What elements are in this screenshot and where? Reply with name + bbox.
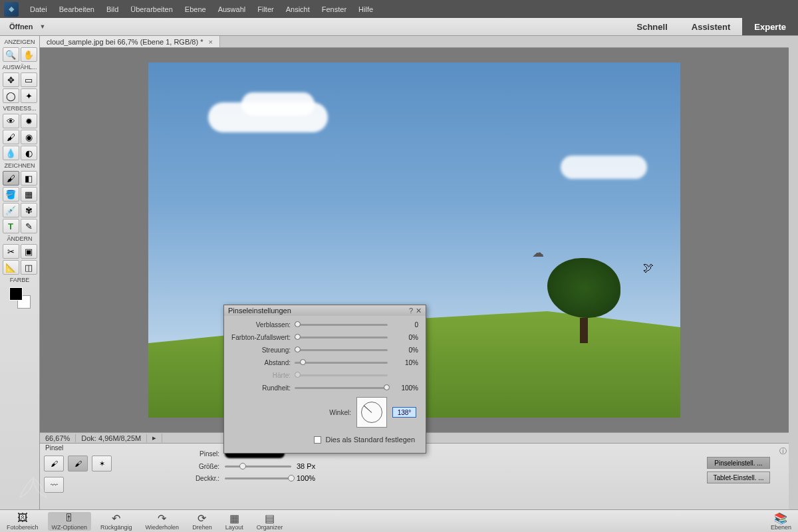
tab-schnell[interactable]: Schnell bbox=[625, 18, 680, 35]
close-icon[interactable]: ✕ bbox=[416, 307, 422, 315]
section-anzeigen: ANZEIGEN bbox=[0, 37, 39, 47]
size-slider[interactable] bbox=[225, 466, 291, 467]
document-tab[interactable]: cloud_sample.jpg bei 66,7% (Ebene 1, RGB… bbox=[40, 36, 220, 47]
menu-datei[interactable]: Datei bbox=[24, 1, 53, 17]
set-default-checkbox[interactable] bbox=[314, 436, 321, 444]
pencil-tool[interactable]: ✎ bbox=[21, 219, 37, 233]
tool-options-button[interactable]: 🎚WZ-Optionen bbox=[48, 512, 92, 531]
organizer-button[interactable]: ▤Organizer bbox=[253, 512, 287, 531]
info-icon[interactable]: ⓘ bbox=[777, 444, 789, 509]
document-tabs: cloud_sample.jpg bei 66,7% (Ebene 1, RGB… bbox=[40, 36, 789, 48]
brush-settings-dialog[interactable]: Pinseleinstellungen ? ✕ Verblassen:0 Far… bbox=[223, 305, 426, 454]
status-caret[interactable]: ▸ bbox=[147, 434, 162, 442]
menu-ueberarbeiten[interactable]: Überarbeiten bbox=[124, 1, 179, 17]
brush-variant-3[interactable]: ✶ bbox=[92, 456, 112, 471]
tab-experte[interactable]: Experte bbox=[742, 18, 798, 35]
lasso-tool[interactable]: ◯ bbox=[3, 88, 19, 103]
undo-button[interactable]: ↶Rückgängig bbox=[96, 512, 136, 531]
angle-input[interactable] bbox=[392, 407, 416, 418]
menu-ebene[interactable]: Ebene bbox=[179, 1, 212, 17]
fade-slider[interactable] bbox=[295, 324, 388, 326]
help-icon[interactable]: ? bbox=[409, 307, 413, 315]
document-tab-label: cloud_sample.jpg bei 66,7% (Ebene 1, RGB… bbox=[47, 38, 203, 46]
angle-widget[interactable] bbox=[356, 397, 387, 428]
rotate-button[interactable]: ⟳Drehen bbox=[188, 512, 216, 531]
photobin-button[interactable]: 🖼Fotobereich bbox=[3, 512, 43, 531]
layout-icon: ▦ bbox=[229, 512, 239, 524]
hue-jitter-value: 0% bbox=[392, 334, 418, 341]
color-swatches[interactable] bbox=[9, 287, 31, 309]
spacing-slider[interactable] bbox=[295, 362, 388, 364]
layers-button[interactable]: 📚Ebenen bbox=[767, 512, 795, 531]
open-button[interactable]: Öffnen ▼ bbox=[0, 18, 55, 35]
detail-tool[interactable]: ◐ bbox=[21, 146, 37, 160]
undo-icon: ↶ bbox=[112, 512, 120, 524]
spot-tool[interactable]: ✹ bbox=[21, 114, 37, 128]
tablet-settings-button[interactable]: Tablet-Einstell. ... bbox=[707, 471, 770, 483]
brush-tool[interactable]: 🖌 bbox=[3, 171, 19, 186]
brush-variant-4[interactable]: 〰 bbox=[44, 477, 64, 493]
menu-fenster[interactable]: Fenster bbox=[316, 1, 352, 17]
shape-tool[interactable]: ✾ bbox=[21, 203, 37, 217]
eyedropper-tool[interactable]: 💉 bbox=[3, 203, 19, 217]
hand-tool[interactable]: ✋ bbox=[21, 47, 37, 62]
scatter-value: 0% bbox=[392, 346, 418, 354]
opacity-slider[interactable] bbox=[225, 477, 291, 479]
right-panel-collapsed[interactable] bbox=[789, 36, 798, 509]
close-icon[interactable]: × bbox=[208, 38, 212, 46]
dialog-titlebar[interactable]: Pinseleinstellungen ? ✕ bbox=[224, 305, 426, 316]
brush-variant-1[interactable]: 🖌 bbox=[44, 456, 64, 471]
gradient-tool[interactable]: ▦ bbox=[21, 187, 37, 201]
mode-tabs: Schnell Assistent Experte bbox=[625, 18, 798, 35]
brush-variant-2[interactable]: 🖌 bbox=[68, 456, 88, 471]
photo-icon: 🖼 bbox=[17, 512, 28, 524]
layers-icon: 📚 bbox=[774, 512, 787, 524]
roundness-slider[interactable] bbox=[295, 387, 388, 389]
fade-value: 0 bbox=[392, 321, 418, 329]
blur-tool[interactable]: 💧 bbox=[3, 146, 19, 160]
hue-jitter-label: Farbton-Zufallswert: bbox=[231, 334, 291, 341]
menu-ansicht[interactable]: Ansicht bbox=[280, 1, 316, 17]
menu-bild[interactable]: Bild bbox=[100, 1, 124, 17]
foreground-color[interactable] bbox=[9, 287, 23, 301]
zoom-tool[interactable]: 🔍 bbox=[3, 47, 19, 62]
hardness-label: Härte: bbox=[231, 372, 291, 379]
hardness-slider bbox=[295, 374, 388, 376]
eraser-tool[interactable]: ◧ bbox=[21, 171, 37, 186]
wand-tool[interactable]: ✦ bbox=[21, 88, 37, 103]
smart-brush-tool[interactable]: 🖌 bbox=[3, 130, 19, 144]
dialog-title-label: Pinseleinstellungen bbox=[228, 307, 291, 315]
fade-label: Verblassen: bbox=[231, 321, 291, 329]
brush-settings-button[interactable]: Pinseleinstell. ... bbox=[707, 457, 770, 469]
opacity-label: Deckkr.: bbox=[193, 475, 219, 482]
content-tool[interactable]: ◫ bbox=[21, 260, 37, 275]
straighten-tool[interactable]: 📐 bbox=[3, 260, 19, 275]
menu-bearbeiten[interactable]: Bearbeiten bbox=[53, 1, 100, 17]
angle-label: Winkel: bbox=[291, 409, 351, 416]
section-zeichnen: ZEICHNEN bbox=[0, 161, 39, 170]
marquee-tool[interactable]: ▭ bbox=[21, 72, 37, 87]
bird-icon: 🕊 bbox=[643, 262, 654, 274]
scatter-slider[interactable] bbox=[295, 349, 388, 351]
section-aendern: ÄNDERN bbox=[0, 234, 39, 243]
move-tool[interactable]: ✥ bbox=[3, 72, 19, 87]
menu-filter[interactable]: Filter bbox=[251, 1, 279, 17]
menu-auswahl[interactable]: Auswahl bbox=[212, 1, 252, 17]
fill-tool[interactable]: 🪣 bbox=[3, 187, 19, 201]
section-verbessern: VERBESS... bbox=[0, 104, 39, 113]
layout-button[interactable]: ▦Layout bbox=[221, 512, 247, 531]
zoom-level[interactable]: 66,67% bbox=[40, 434, 76, 442]
redo-button[interactable]: ↷Wiederholen bbox=[142, 512, 184, 531]
dialog-body: Verblassen:0 Farbton-Zufallswert:0% Stre… bbox=[224, 316, 426, 453]
redeye-tool[interactable]: 👁 bbox=[3, 114, 19, 128]
rotate-icon: ⟳ bbox=[198, 512, 206, 524]
section-auswahl: AUSWÄHL... bbox=[0, 63, 39, 72]
type-tool[interactable]: T bbox=[3, 219, 19, 233]
hue-jitter-slider[interactable] bbox=[295, 336, 388, 338]
sponge-tool[interactable]: ◉ bbox=[21, 130, 37, 144]
tab-assistent[interactable]: Assistent bbox=[680, 18, 743, 35]
menu-hilfe[interactable]: Hilfe bbox=[352, 1, 379, 17]
crop-tool[interactable]: ✂ bbox=[3, 244, 19, 259]
roundness-label: Rundheit: bbox=[231, 384, 291, 392]
recompose-tool[interactable]: ▣ bbox=[21, 244, 37, 259]
